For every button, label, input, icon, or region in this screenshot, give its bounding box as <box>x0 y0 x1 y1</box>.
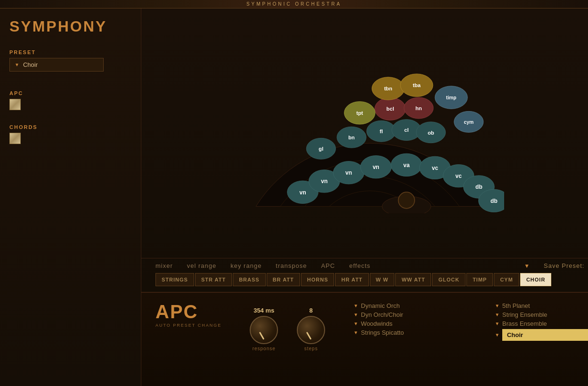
steps-value: 8 <box>310 307 313 314</box>
preset-name-3: Woodwinds <box>361 320 392 327</box>
svg-text:cl: cl <box>404 127 408 133</box>
preset-item-1[interactable]: ▼ Dynamic Orch <box>353 302 466 309</box>
preset-name-1: Dynamic Orch <box>361 302 400 309</box>
preset-dropdown[interactable]: ▼ Choir <box>9 58 104 72</box>
svg-text:vn: vn <box>373 164 379 170</box>
right-arrow-1: ▼ <box>495 303 499 308</box>
svg-text:db: db <box>475 184 482 190</box>
apc-label-section: APC AUTO PRESET CHANGE <box>155 302 221 328</box>
tab-vel-range[interactable]: vel range <box>187 262 216 269</box>
btn-hr-att[interactable]: HR ATT <box>335 273 368 286</box>
section-buttons: STRINGS STR ATT BRASS BR ATT HORNS HR AT… <box>141 273 588 292</box>
response-knob[interactable] <box>250 316 278 344</box>
btn-strings[interactable]: STRINGS <box>155 273 194 286</box>
symphony-title: SYMPHONY <box>9 18 131 35</box>
nav-items-container: mixer vel range key range transpose APC … <box>155 262 584 269</box>
dropdown-arrow: ▼ <box>15 62 19 67</box>
preset-arrow-4: ▼ <box>353 330 358 335</box>
right-arrow-2: ▼ <box>495 312 499 317</box>
chords-label: CHORDS <box>9 124 131 130</box>
svg-text:tpt: tpt <box>356 110 363 116</box>
right-preset-active: Choir <box>502 329 588 341</box>
top-banner: SYMPHONIC ORCHESTRA <box>0 0 588 8</box>
orchestra-viz: vn vn vn vn va vc vc db <box>141 8 588 258</box>
btn-str-att[interactable]: STR ATT <box>195 273 232 286</box>
svg-text:vn: vn <box>321 178 327 185</box>
right-arrow-3: ▼ <box>495 321 499 326</box>
knob-section: 354 ms response 8 steps <box>250 307 325 351</box>
chords-led[interactable] <box>9 133 21 144</box>
svg-text:vn: vn <box>345 169 352 176</box>
right-preset-item-1[interactable]: ▼ 5th Planet <box>495 302 588 309</box>
apc-big-title: APC <box>155 302 221 321</box>
right-preset-name-1: 5th Planet <box>502 302 530 309</box>
svg-text:ob: ob <box>428 130 434 136</box>
svg-text:vc: vc <box>432 165 439 171</box>
right-preset-item-2[interactable]: ▼ String Ensemble <box>495 311 588 318</box>
save-label: Save Preset: <box>544 262 584 269</box>
btn-ww-att[interactable]: WW ATT <box>395 273 431 286</box>
btn-choir[interactable]: CHOIR <box>520 273 551 286</box>
response-group: 354 ms response <box>250 307 278 351</box>
right-arrow-4: ▼ <box>495 332 499 338</box>
center-area: vn vn vn vn va vc vc db <box>141 8 588 386</box>
steps-group: 8 steps <box>297 307 325 351</box>
apc-section: APC <box>9 90 131 110</box>
svg-text:vn: vn <box>300 189 306 196</box>
save-arrow: ▼ <box>524 263 530 269</box>
preset-label: PRESET <box>9 49 131 55</box>
steps-knob[interactable] <box>297 316 325 344</box>
preset-value: Choir <box>23 61 38 68</box>
btn-brass[interactable]: BRASS <box>233 273 266 286</box>
chords-section: CHORDS <box>9 124 131 144</box>
preset-item-2[interactable]: ▼ Dyn Orch/Choir <box>353 311 466 318</box>
svg-text:hn: hn <box>416 105 422 111</box>
svg-text:gl: gl <box>319 146 324 152</box>
right-preset-name-2: String Ensemble <box>502 311 547 318</box>
tab-key-range[interactable]: key range <box>230 262 261 269</box>
orchestra-svg: vn vn vn vn va vc vc db <box>236 53 504 213</box>
right-preset-name-3: Brass Ensemble <box>502 320 547 327</box>
svg-point-43 <box>399 192 415 209</box>
btn-horns[interactable]: HORNS <box>301 273 335 286</box>
tab-transpose[interactable]: transpose <box>276 262 307 269</box>
btn-glock[interactable]: GLOCK <box>432 273 466 286</box>
apc-subtitle: AUTO PRESET CHANGE <box>155 323 221 328</box>
preset-item-3[interactable]: ▼ Woodwinds <box>353 320 466 327</box>
preset-arrow-3: ▼ <box>353 321 358 326</box>
preset-name-4: Strings Spicatto <box>361 329 404 336</box>
apc-led[interactable] <box>9 99 21 110</box>
banner-text: SYMPHONIC ORCHESTRA <box>246 1 342 7</box>
preset-arrow-2: ▼ <box>353 312 358 317</box>
svg-text:tbn: tbn <box>384 86 392 91</box>
left-preset-column: ▼ Dynamic Orch ▼ Dyn Orch/Choir ▼ Woodwi… <box>353 302 466 336</box>
tab-apc[interactable]: APC <box>321 262 335 269</box>
svg-text:db: db <box>490 198 498 204</box>
right-preset-column: ▼ 5th Planet ▼ String Ensemble ▼ Brass E… <box>495 302 588 343</box>
preset-name-2: Dyn Orch/Choir <box>361 311 403 318</box>
steps-label: steps <box>304 346 318 351</box>
svg-text:fl: fl <box>380 129 383 134</box>
preset-item-4[interactable]: ▼ Strings Spicatto <box>353 329 466 336</box>
right-preset-item-4[interactable]: ▼ Choir <box>495 329 588 341</box>
btn-timp[interactable]: TIMP <box>466 273 493 286</box>
svg-text:vc: vc <box>456 173 462 179</box>
svg-text:cym: cym <box>464 120 474 125</box>
tab-effects[interactable]: effects <box>349 262 370 269</box>
response-value: 354 ms <box>253 307 274 314</box>
btn-br-att[interactable]: BR ATT <box>267 273 300 286</box>
tab-mixer[interactable]: mixer <box>155 262 173 269</box>
svg-text:tba: tba <box>413 82 421 88</box>
btn-cym[interactable]: CYM <box>494 273 519 286</box>
main-container: SYMPHONY PRESET ▼ Choir APC CHORDS <box>0 8 588 386</box>
svg-text:bn: bn <box>348 135 355 140</box>
nav-row: mixer vel range key range transpose APC … <box>141 258 588 273</box>
preset-section: PRESET ▼ Choir <box>9 49 131 72</box>
apc-label: APC <box>9 90 131 96</box>
btn-ww[interactable]: W W <box>370 273 395 286</box>
preset-arrow-1: ▼ <box>353 303 358 308</box>
apc-panel: APC AUTO PRESET CHANGE 354 ms response 8… <box>141 292 588 386</box>
right-preset-item-3[interactable]: ▼ Brass Ensemble <box>495 320 588 327</box>
svg-text:timp: timp <box>446 95 457 100</box>
left-sidebar: SYMPHONY PRESET ▼ Choir APC CHORDS <box>0 8 141 386</box>
